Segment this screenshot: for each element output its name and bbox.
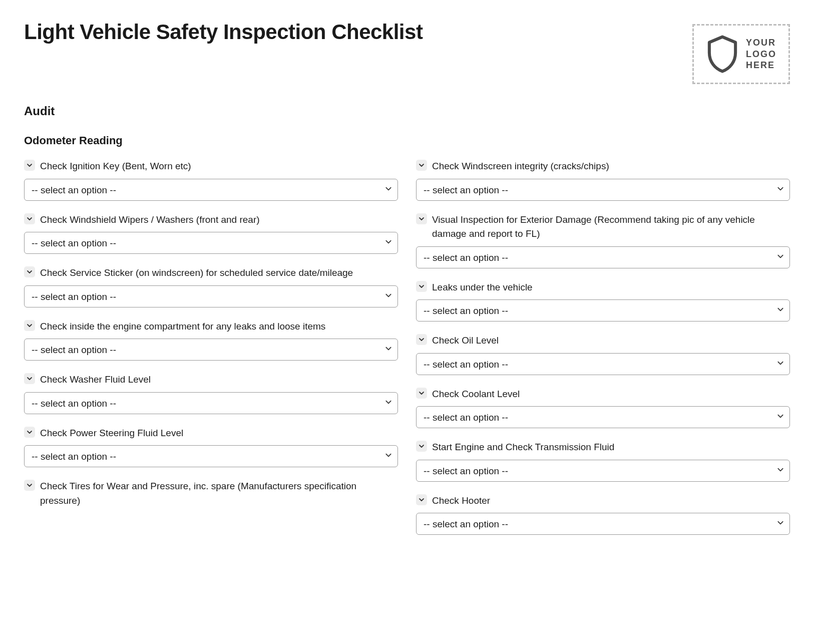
option-select[interactable]: -- select an option -- — [416, 460, 790, 482]
select-wrap: -- select an option -- — [416, 299, 790, 321]
item-label-row: Check Hooter — [416, 494, 790, 508]
item-label: Check Windshield Wipers / Washers (front… — [40, 213, 260, 227]
shield-icon — [706, 35, 739, 74]
option-select[interactable]: -- select an option -- — [24, 232, 398, 254]
option-select[interactable]: -- select an option -- — [416, 513, 790, 535]
expand-toggle[interactable] — [416, 441, 427, 452]
item-label-row: Check Coolant Level — [416, 387, 790, 402]
select-wrap: -- select an option -- — [24, 339, 398, 361]
checklist-item-l4-check-washer-fluid-level: Check Washer Fluid Level-- select an opt… — [24, 373, 398, 414]
item-label: Check Coolant Level — [432, 387, 520, 402]
expand-toggle[interactable] — [416, 388, 427, 399]
select-wrap: -- select an option -- — [416, 179, 790, 201]
item-label-row: Check Windscreen integrity (cracks/chips… — [416, 159, 790, 174]
item-label: Check Power Steering Fluid Level — [40, 426, 183, 441]
select-wrap: -- select an option -- — [24, 232, 398, 254]
item-label: Check Service Sticker (on windscreen) fo… — [40, 266, 353, 280]
select-wrap: -- select an option -- — [416, 513, 790, 535]
item-label: Check Ignition Key (Bent, Worn etc) — [40, 159, 191, 174]
expand-toggle[interactable] — [24, 213, 35, 224]
item-label-row: Check Washer Fluid Level — [24, 373, 398, 387]
checklist-right-column: Check Windscreen integrity (cracks/chips… — [416, 159, 790, 547]
subsection-heading: Odometer Reading — [24, 134, 790, 147]
checklist-item-r4-check-coolant-level: Check Coolant Level-- select an option -… — [416, 387, 790, 429]
option-select[interactable]: -- select an option -- — [416, 353, 790, 375]
expand-toggle[interactable] — [416, 160, 427, 171]
checklist-item-l0-check-ignition-key-bent-worn-e: Check Ignition Key (Bent, Worn etc)-- se… — [24, 159, 398, 201]
logo-text-line: YOUR — [746, 37, 776, 49]
checklist-item-l6-check-tires-for-wear-and-press: Check Tires for Wear and Pressure, inc. … — [24, 479, 398, 513]
checklist-left-column: Check Ignition Key (Bent, Worn etc)-- se… — [24, 159, 398, 547]
select-wrap: -- select an option -- — [416, 353, 790, 375]
expand-toggle[interactable] — [416, 213, 427, 224]
item-label-row: Check Oil Level — [416, 334, 790, 348]
select-wrap: -- select an option -- — [24, 179, 398, 201]
expand-toggle[interactable] — [24, 320, 35, 331]
option-select[interactable]: -- select an option -- — [416, 406, 790, 428]
option-select[interactable]: -- select an option -- — [24, 445, 398, 467]
logo-text: YOUR LOGO HERE — [746, 37, 776, 71]
item-label: Check Windscreen integrity (cracks/chips… — [432, 159, 609, 174]
checklist-item-r2-leaks-under-the-vehicle: Leaks under the vehicle-- select an opti… — [416, 280, 790, 322]
section-heading: Audit — [24, 104, 790, 118]
option-select[interactable]: -- select an option -- — [24, 339, 398, 361]
item-label: Visual Inspection for Exterior Damage (R… — [432, 213, 790, 241]
option-select[interactable]: -- select an option -- — [24, 285, 398, 307]
expand-toggle[interactable] — [24, 373, 35, 384]
select-wrap: -- select an option -- — [416, 246, 790, 268]
select-wrap: -- select an option -- — [416, 406, 790, 428]
logo-placeholder: YOUR LOGO HERE — [692, 24, 790, 84]
item-label-row: Start Engine and Check Transmission Flui… — [416, 440, 790, 455]
select-wrap: -- select an option -- — [24, 445, 398, 467]
checklist-item-r0-check-windscreen-integrity-cra: Check Windscreen integrity (cracks/chips… — [416, 159, 790, 201]
item-label-row: Check Tires for Wear and Pressure, inc. … — [24, 479, 398, 508]
checklist-item-l5-check-power-steering-fluid-lev: Check Power Steering Fluid Level-- selec… — [24, 426, 398, 468]
item-label: Start Engine and Check Transmission Flui… — [432, 440, 614, 455]
expand-toggle[interactable] — [24, 427, 35, 438]
checklist-item-r5-start-engine-and-check-transmi: Start Engine and Check Transmission Flui… — [416, 440, 790, 482]
item-label-row: Leaks under the vehicle — [416, 280, 790, 295]
item-label: Check Hooter — [432, 494, 490, 508]
select-wrap: -- select an option -- — [24, 392, 398, 414]
item-label: Check Washer Fluid Level — [40, 373, 151, 387]
expand-toggle[interactable] — [24, 266, 35, 277]
checklist-item-l1-check-windshield-wipers-washer: Check Windshield Wipers / Washers (front… — [24, 213, 398, 254]
expand-toggle[interactable] — [24, 480, 35, 491]
checklist-item-l2-check-service-sticker-on-winds: Check Service Sticker (on windscreen) fo… — [24, 266, 398, 307]
item-label-row: Check Windshield Wipers / Washers (front… — [24, 213, 398, 227]
item-label-row: Check Ignition Key (Bent, Worn etc) — [24, 159, 398, 174]
checklist-item-l3-check-inside-the-engine-compar: Check inside the engine compartment for … — [24, 319, 398, 361]
checklist-grid: Check Ignition Key (Bent, Worn etc)-- se… — [24, 159, 790, 547]
item-label: Check Tires for Wear and Pressure, inc. … — [40, 479, 398, 508]
option-select[interactable]: -- select an option -- — [416, 246, 790, 268]
item-label: Check inside the engine compartment for … — [40, 319, 325, 334]
item-label-row: Check inside the engine compartment for … — [24, 319, 398, 334]
header-row: Light Vehicle Safety Inspection Checklis… — [24, 20, 790, 84]
expand-toggle[interactable] — [416, 334, 427, 345]
item-label: Check Oil Level — [432, 334, 499, 348]
item-label-row: Visual Inspection for Exterior Damage (R… — [416, 213, 790, 241]
item-label: Leaks under the vehicle — [432, 280, 533, 295]
option-select[interactable]: -- select an option -- — [416, 299, 790, 321]
expand-toggle[interactable] — [416, 281, 427, 292]
expand-toggle[interactable] — [24, 160, 35, 171]
logo-text-line: HERE — [746, 60, 776, 71]
logo-text-line: LOGO — [746, 49, 776, 60]
checklist-item-r3-check-oil-level: Check Oil Level-- select an option -- — [416, 334, 790, 375]
checklist-item-r1-visual-inspection-for-exterior: Visual Inspection for Exterior Damage (R… — [416, 213, 790, 268]
item-label-row: Check Power Steering Fluid Level — [24, 426, 398, 441]
page-title: Light Vehicle Safety Inspection Checklis… — [24, 20, 423, 44]
option-select[interactable]: -- select an option -- — [24, 179, 398, 201]
option-select[interactable]: -- select an option -- — [24, 392, 398, 414]
select-wrap: -- select an option -- — [24, 285, 398, 307]
checklist-item-r6-check-hooter: Check Hooter-- select an option -- — [416, 494, 790, 535]
item-label-row: Check Service Sticker (on windscreen) fo… — [24, 266, 398, 280]
expand-toggle[interactable] — [416, 494, 427, 505]
select-wrap: -- select an option -- — [416, 460, 790, 482]
option-select[interactable]: -- select an option -- — [416, 179, 790, 201]
